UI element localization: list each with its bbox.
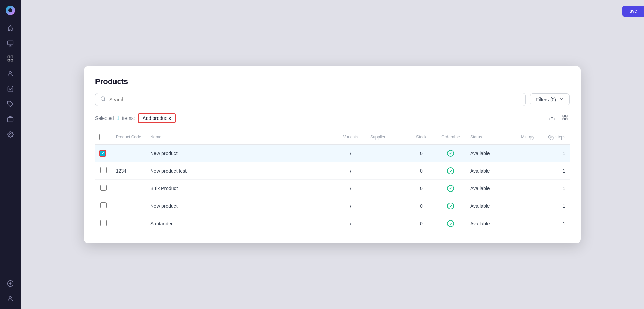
col-header-checkbox [95, 130, 112, 145]
svg-rect-3 [8, 59, 10, 61]
sidebar-add-button[interactable] [4, 277, 17, 290]
cell-name: Santander [146, 215, 335, 232]
svg-rect-20 [566, 118, 567, 120]
col-header-stock: Stock [407, 130, 435, 145]
table-row: Santander/0 Available1 [95, 215, 570, 232]
svg-rect-8 [8, 118, 13, 122]
column-view-button[interactable] [561, 113, 570, 123]
add-products-button[interactable]: Add products [138, 113, 176, 123]
search-input[interactable] [109, 97, 521, 102]
orderable-check-icon [439, 150, 462, 157]
cell-status: Available [466, 179, 507, 197]
row-checkbox[interactable] [100, 220, 107, 226]
cell-variants: / [335, 197, 366, 215]
row-checkbox[interactable] [100, 202, 107, 208]
chevron-down-icon [559, 96, 564, 102]
sidebar-item-grid[interactable] [4, 52, 17, 65]
row-checkbox-checked[interactable] [99, 150, 106, 157]
cell-code [112, 179, 146, 197]
save-button[interactable]: ave [622, 6, 644, 17]
col-header-name: Name [146, 130, 335, 145]
cell-qty-steps: 1 [539, 215, 570, 232]
sidebar-item-home[interactable] [4, 22, 17, 34]
cell-status: Available [466, 162, 507, 179]
svg-rect-2 [11, 56, 13, 58]
svg-rect-17 [563, 115, 564, 117]
cell-stock: 0 [407, 179, 435, 197]
cell-variants: / [335, 144, 366, 162]
sidebar-item-tags[interactable] [4, 98, 17, 110]
sidebar-profile[interactable] [4, 292, 17, 305]
orderable-check-icon [439, 167, 462, 175]
orderable-check-icon [439, 202, 462, 210]
cell-code: 1234 [112, 162, 146, 179]
selection-bar: Selected 1 items: Add products [95, 113, 570, 123]
col-header-code: Product Code [112, 130, 146, 145]
cell-stock: 0 [407, 215, 435, 232]
cell-qty-steps: 1 [539, 162, 570, 179]
svg-rect-1 [8, 56, 10, 58]
filter-button[interactable]: Filters (0) [530, 93, 570, 105]
svg-line-15 [104, 100, 105, 101]
row-checkbox[interactable] [100, 185, 107, 191]
col-header-orderable: Orderable [435, 130, 466, 145]
filter-label: Filters (0) [536, 97, 556, 102]
sidebar-item-shop[interactable] [4, 83, 17, 95]
cell-status: Available [466, 144, 507, 162]
table-row: Bulk Product/0 Available1 [95, 179, 570, 197]
cell-supplier [366, 197, 407, 215]
cell-status: Available [466, 197, 507, 215]
orderable-check-icon [439, 220, 462, 227]
search-icon [100, 96, 106, 103]
selected-label: Selected [95, 115, 114, 121]
svg-point-9 [10, 134, 11, 135]
cell-code [112, 144, 146, 162]
modal-title: Products [95, 77, 570, 86]
col-header-variants: Variants [335, 130, 366, 145]
products-table: Product Code Name Variants Supplier Stoc… [95, 130, 570, 232]
cell-variants: / [335, 162, 366, 179]
cell-stock: 0 [407, 162, 435, 179]
svg-point-5 [9, 71, 12, 74]
cell-orderable [435, 162, 466, 179]
cell-min-qty [507, 215, 539, 232]
cell-orderable [435, 197, 466, 215]
cell-supplier [366, 162, 407, 179]
col-header-qtysteps: Qty steps [539, 130, 570, 145]
cell-qty-steps: 1 [539, 179, 570, 197]
cell-orderable [435, 215, 466, 232]
table-row: 1234New product test/0 Available1 [95, 162, 570, 179]
cell-orderable [435, 144, 466, 162]
row-checkbox[interactable] [100, 167, 107, 173]
table-actions [547, 113, 570, 123]
cell-stock: 0 [407, 197, 435, 215]
sidebar-item-orders[interactable] [4, 113, 17, 125]
cell-name: New product test [146, 162, 335, 179]
svg-rect-4 [11, 59, 13, 61]
main-area: ave Products Filters (0) Selected 1 item… [21, 0, 644, 309]
selected-count: 1 [117, 115, 119, 121]
download-button[interactable] [547, 113, 556, 123]
sidebar-logo [4, 4, 17, 17]
col-header-supplier: Supplier [366, 130, 407, 145]
cell-min-qty [507, 144, 539, 162]
cell-qty-steps: 1 [539, 144, 570, 162]
cell-code [112, 215, 146, 232]
svg-rect-18 [566, 115, 567, 117]
cell-supplier [366, 179, 407, 197]
orderable-check-icon [439, 185, 462, 192]
sidebar-item-monitor[interactable] [4, 37, 17, 50]
search-input-wrapper [95, 93, 526, 106]
col-header-status: Status [466, 130, 507, 145]
sidebar [0, 0, 21, 309]
cell-supplier [366, 215, 407, 232]
svg-rect-19 [563, 118, 564, 120]
sidebar-item-settings[interactable] [4, 128, 17, 141]
cell-qty-steps: 1 [539, 197, 570, 215]
select-all-checkbox[interactable] [99, 134, 105, 140]
cell-name: Bulk Product [146, 179, 335, 197]
sidebar-item-users[interactable] [4, 68, 17, 80]
svg-rect-0 [8, 41, 13, 45]
table-row: New product/0 Available1 [95, 144, 570, 162]
svg-point-14 [101, 97, 105, 101]
